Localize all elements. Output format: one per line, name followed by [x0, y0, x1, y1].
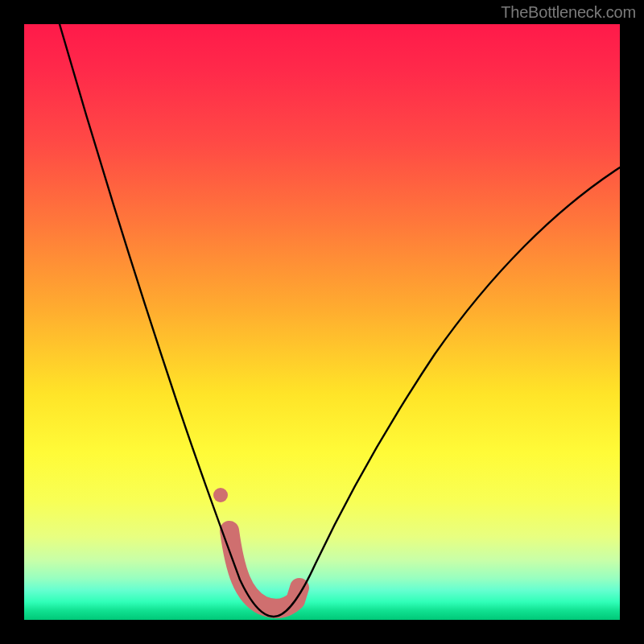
bottleneck-curve — [60, 24, 620, 617]
highlight-band — [229, 530, 299, 609]
plot-area — [24, 24, 620, 620]
highlight-dot — [213, 488, 228, 502]
watermark-text: TheBottleneck.com — [501, 3, 636, 22]
curve-svg — [24, 24, 620, 620]
chart-frame: TheBottleneck.com — [0, 0, 644, 644]
